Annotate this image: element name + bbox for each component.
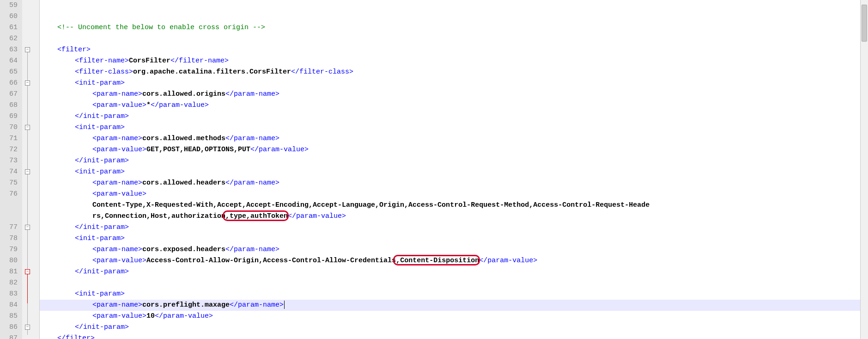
param-value-wrapped: rs,Connection,Host,authorization [92, 212, 225, 220]
param-name-value: cors.exposed.headers [142, 246, 225, 253]
fold-column: − − − − − − − [22, 0, 40, 339]
line-number: 61 [0, 22, 19, 33]
tag: <param-name> [92, 135, 142, 142]
tag: </param-name> [225, 179, 279, 187]
line-number: 84 [0, 300, 19, 311]
init-param-close: </init-param> [75, 323, 129, 331]
filter-open-tag: <filter> [57, 46, 91, 54]
xml-comment: <!-- Uncoment the below to enable cross … [57, 24, 265, 31]
param-value-wrapped: Content-Type,X-Requested-With,Accept,Acc… [92, 201, 649, 209]
tag: <param-value> [92, 257, 146, 265]
init-param-open: <init-param> [75, 123, 125, 131]
line-number: 74 [0, 166, 19, 178]
current-line: <param-name>cors.preflight.maxage</param… [40, 300, 868, 311]
fold-toggle[interactable]: − [25, 47, 30, 52]
tag: <param-value> [92, 190, 146, 198]
line-number: 77 [0, 222, 19, 233]
param-name-value: cors.preflight.maxage [142, 301, 230, 309]
tag: </param-value> [151, 101, 209, 109]
init-param-close: </init-param> [75, 157, 129, 165]
init-param-open: <init-param> [75, 79, 125, 87]
fold-toggle[interactable]: − [25, 125, 30, 130]
param-name-value: cors.allowed.origins [142, 90, 225, 98]
line-number: 66 [0, 78, 19, 89]
tag: <filter-class> [75, 68, 133, 76]
tag: </filter-name> [170, 57, 229, 65]
param-value-value: GET,POST,HEAD,OPTIONS,PUT [146, 146, 250, 154]
init-param-close: </init-param> [75, 112, 129, 120]
line-number: 64 [0, 55, 19, 67]
fold-toggle[interactable]: − [25, 269, 30, 274]
fold-toggle[interactable]: − [25, 225, 30, 230]
tag: <filter-name> [75, 57, 129, 65]
line-number: 71 [0, 133, 19, 144]
line-number: 87 [0, 333, 19, 339]
init-param-open: <init-param> [75, 168, 125, 176]
param-value-value: 10 [146, 312, 155, 320]
tag: </param-name> [225, 135, 279, 142]
highlighted-type-authtoken: ,type,authToken [225, 212, 288, 220]
line-number: 67 [0, 89, 19, 100]
tag: </param-value> [479, 257, 537, 265]
line-number: 80 [0, 255, 19, 266]
tag: <param-name> [92, 179, 142, 187]
tag: <param-value> [92, 101, 146, 109]
code-editor: 5960616263646566676869707172737475767778… [0, 0, 868, 339]
init-param-open: <init-param> [75, 234, 125, 242]
line-number: 59 [0, 0, 19, 11]
tag: <param-name> [92, 246, 142, 253]
line-number: 83 [0, 289, 19, 300]
tag: </param-name> [225, 90, 279, 98]
init-param-open: <init-param> [75, 290, 125, 298]
line-number: 75 [0, 178, 19, 189]
scrollbar-thumb[interactable] [862, 5, 867, 42]
line-number: 79 [0, 244, 19, 255]
line-number: 81 [0, 266, 19, 277]
tag: </param-value> [250, 146, 309, 154]
line-number: 82 [0, 277, 19, 289]
highlighted-content-disposition: ,Content-Disposition [396, 257, 479, 265]
param-name-value: cors.allowed.headers [142, 179, 225, 187]
line-number: 86 [0, 322, 19, 333]
line-number [0, 200, 19, 211]
line-number: 60 [0, 11, 19, 22]
vertical-scrollbar[interactable] [860, 0, 868, 339]
text-caret [284, 301, 285, 309]
line-number: 65 [0, 67, 19, 78]
line-number: 70 [0, 122, 19, 133]
tag: </param-name> [225, 246, 279, 253]
line-number: 62 [0, 33, 19, 44]
param-value-value: * [146, 101, 151, 109]
tag: <param-name> [92, 301, 142, 309]
init-param-close: </init-param> [75, 268, 129, 276]
line-number: 85 [0, 311, 19, 322]
tag: </param-value> [155, 312, 213, 320]
line-number: 73 [0, 155, 19, 166]
code-area[interactable]: <!-- Uncoment the below to enable cross … [40, 0, 868, 339]
line-number: 68 [0, 100, 19, 111]
tag: </filter-class> [291, 68, 353, 76]
fold-toggle[interactable]: − [25, 80, 30, 86]
line-number: 63 [0, 44, 19, 55]
line-number: 76 [0, 189, 19, 200]
tag: <param-value> [92, 312, 146, 320]
param-value-value: Access-Control-Allow-Origin,Access-Contr… [146, 257, 396, 265]
filter-close-tag: </filter> [57, 334, 95, 339]
fold-toggle[interactable]: − [25, 325, 30, 330]
param-name-value: cors.allowed.methods [142, 135, 225, 142]
filter-name-value: CorsFilter [129, 57, 170, 65]
tag: </param-value> [288, 212, 346, 220]
line-number: 72 [0, 144, 19, 155]
fold-toggle[interactable]: − [25, 169, 30, 174]
line-number: 78 [0, 233, 19, 244]
tag: <param-value> [92, 146, 146, 154]
filter-class-value: org.apache.catalina.filters.CorsFilter [133, 68, 291, 76]
init-param-close: </init-param> [75, 223, 129, 231]
line-number-gutter: 5960616263646566676869707172737475767778… [0, 0, 22, 339]
tag: </param-name> [230, 301, 284, 309]
tag: <param-name> [92, 90, 142, 98]
line-number: 69 [0, 111, 19, 122]
line-number [0, 211, 19, 222]
